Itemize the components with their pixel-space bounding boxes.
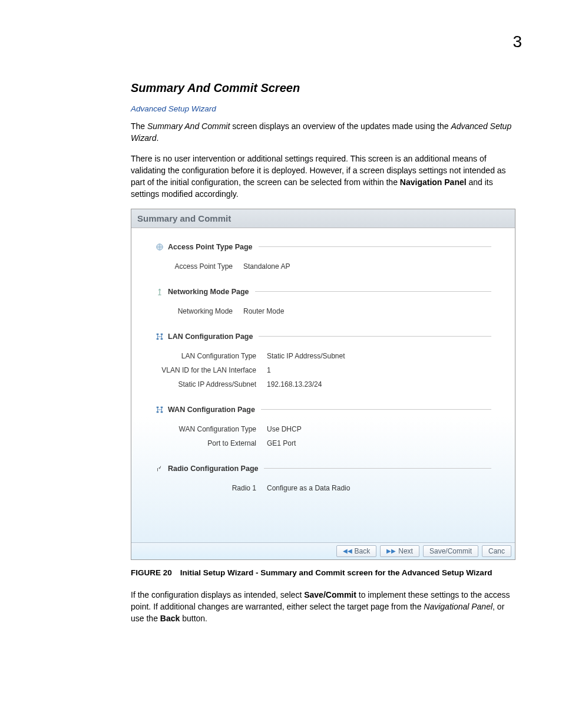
kv-row: LAN Configuration Type Static IP Address… <box>155 352 491 360</box>
section-title: Summary And Commit Screen <box>131 81 518 95</box>
kv-row: Access Point Type Standalone AP <box>155 262 491 271</box>
intro-paragraph-1: The Summary And Commit screen displays a… <box>131 120 518 144</box>
back-label: Back <box>160 614 180 623</box>
divider <box>255 291 491 292</box>
figure-caption: FIGURE 20Initial Setup Wizard - Summary … <box>131 568 518 577</box>
svg-rect-7 <box>157 411 159 413</box>
svg-rect-8 <box>161 411 163 413</box>
svg-rect-2 <box>161 334 163 335</box>
svg-rect-1 <box>157 334 159 335</box>
button-label: Back <box>355 547 371 555</box>
globe-icon <box>155 242 164 252</box>
kv-key: VLAN ID for the LAN Interface <box>155 366 267 374</box>
next-button[interactable]: ▶▶ Next <box>380 545 419 557</box>
svg-rect-5 <box>157 407 159 409</box>
closing-paragraph: If the configuration displays as intende… <box>131 589 518 625</box>
intro-paragraph-2: There is no user intervention or additio… <box>131 153 518 200</box>
text: screen displays an overview of the updat… <box>230 121 451 131</box>
kv-row: WAN Configuration Type Use DHCP <box>155 425 491 433</box>
nav-panel-label: Navigational Panel <box>424 602 492 611</box>
save-commit-label: Save/Commit <box>304 590 356 599</box>
text: button. <box>180 614 207 623</box>
network-icon <box>155 405 164 414</box>
text: If the configuration displays as intende… <box>131 590 304 599</box>
screen-name: Summary And Commit <box>147 121 230 131</box>
figure-text: Initial Setup Wizard - Summary and Commi… <box>180 568 492 577</box>
kv-value: Router Mode <box>243 307 284 315</box>
kv-value: 192.168.13.23/24 <box>267 380 322 388</box>
tower-icon <box>155 287 164 297</box>
svg-rect-3 <box>157 338 159 340</box>
button-label: Save/Commit <box>429 547 472 555</box>
kv-key: Radio 1 <box>155 484 267 492</box>
panel-title: Summary and Commit <box>131 209 515 228</box>
kv-value: 1 <box>267 366 271 374</box>
figure-label: FIGURE 20 <box>131 568 172 577</box>
panel-footer: ◀◀ Back ▶▶ Next Save/Commit Canc <box>131 542 515 559</box>
wifi-icon <box>155 464 164 473</box>
kv-key: Access Point Type <box>155 262 243 271</box>
kv-value: GE1 Port <box>267 439 296 447</box>
group-radio-config: Radio Configuration Page Radio 1 Configu… <box>155 464 491 492</box>
back-button[interactable]: ◀◀ Back <box>336 545 377 557</box>
panel-body: Access Point Type Page Access Point Type… <box>131 228 515 542</box>
kv-key: Port to External <box>155 439 267 447</box>
button-label: Next <box>398 547 413 555</box>
kv-value: Standalone AP <box>243 262 290 271</box>
cancel-button[interactable]: Canc <box>482 545 511 557</box>
svg-rect-4 <box>161 338 163 340</box>
group-heading: WAN Configuration Page <box>155 405 491 414</box>
group-heading: Access Point Type Page <box>155 242 491 252</box>
button-label: Canc <box>488 547 505 555</box>
svg-rect-6 <box>161 407 163 409</box>
nav-panel-label: Navigation Panel <box>400 177 467 187</box>
group-heading: Networking Mode Page <box>155 287 491 297</box>
kv-row: Radio 1 Configure as a Data Radio <box>155 484 491 492</box>
group-title: WAN Configuration Page <box>168 406 255 414</box>
kv-value: Configure as a Data Radio <box>267 484 350 492</box>
network-icon <box>155 332 164 341</box>
group-heading: Radio Configuration Page <box>155 464 491 473</box>
text: The <box>131 121 147 131</box>
embedded-screenshot: Summary and Commit Access Point Type Pag… <box>131 209 515 560</box>
group-title: Access Point Type Page <box>168 243 253 251</box>
text: . <box>156 133 158 143</box>
kv-row: Port to External GE1 Port <box>155 439 491 447</box>
group-title: Radio Configuration Page <box>168 465 258 473</box>
group-access-point-type: Access Point Type Page Access Point Type… <box>155 242 491 271</box>
breadcrumb[interactable]: Advanced Setup Wizard <box>131 104 518 113</box>
kv-row: VLAN ID for the LAN Interface 1 <box>155 366 491 374</box>
divider <box>261 409 491 410</box>
divider <box>259 336 491 337</box>
page-number: 3 <box>513 32 522 51</box>
group-title: Networking Mode Page <box>168 288 249 296</box>
kv-key: WAN Configuration Type <box>155 425 267 433</box>
kv-value: Use DHCP <box>267 425 302 433</box>
group-wan-config: WAN Configuration Page WAN Configuration… <box>155 405 491 447</box>
divider <box>264 468 491 469</box>
rewind-icon: ◀◀ <box>343 548 352 554</box>
group-lan-config: LAN Configuration Page LAN Configuration… <box>155 332 491 388</box>
kv-key: LAN Configuration Type <box>155 352 267 360</box>
group-title: LAN Configuration Page <box>168 332 253 341</box>
kv-row: Static IP Address/Subnet 192.168.13.23/2… <box>155 380 491 388</box>
group-heading: LAN Configuration Page <box>155 332 491 341</box>
content-column: Summary And Commit Screen Advanced Setup… <box>131 81 518 633</box>
kv-key: Networking Mode <box>155 307 243 315</box>
divider <box>259 246 491 247</box>
kv-key: Static IP Address/Subnet <box>155 380 267 388</box>
kv-row: Networking Mode Router Mode <box>155 307 491 315</box>
group-networking-mode: Networking Mode Page Networking Mode Rou… <box>155 287 491 315</box>
save-commit-button[interactable]: Save/Commit <box>423 545 478 557</box>
kv-value: Static IP Address/Subnet <box>267 352 345 360</box>
forward-icon: ▶▶ <box>386 548 396 554</box>
